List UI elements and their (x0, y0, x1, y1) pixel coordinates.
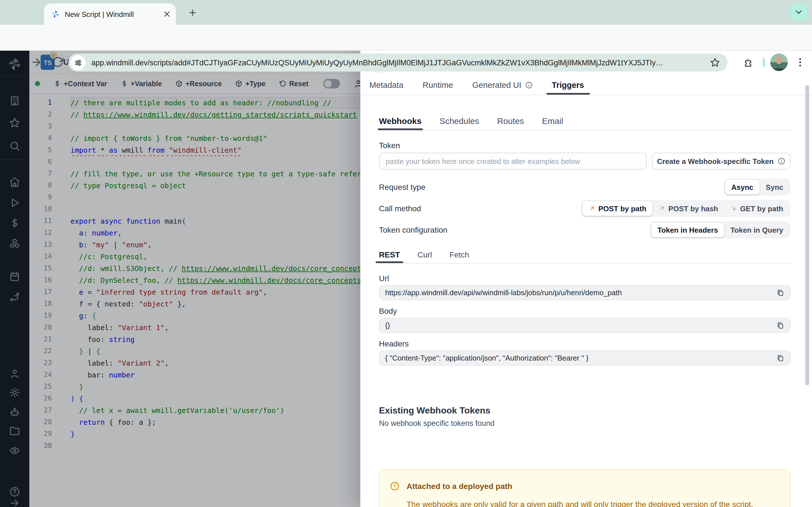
trigger-tabs: WebhooksSchedulesRoutesEmail (379, 112, 563, 130)
trigger-tabs-divider (379, 130, 791, 131)
arrow-up-right-icon (589, 205, 596, 212)
option-sync[interactable]: Sync (760, 180, 790, 194)
arrow-down-right-icon (730, 205, 737, 212)
token-label: Token (379, 141, 400, 150)
url-label: Url (379, 274, 389, 283)
tab-search-button[interactable] (791, 4, 807, 20)
extension-pin-indicator (763, 58, 765, 67)
tab-generated-ui[interactable]: Generated UI (472, 75, 532, 95)
tab-title: New Script | Windmill (65, 10, 159, 18)
warning-text: The webhooks are only valid for a given … (407, 500, 780, 507)
plus-icon (188, 8, 197, 17)
example-tabs-divider (379, 263, 791, 264)
copy-clipboard-icon[interactable] (776, 321, 784, 329)
existing-tokens-empty: No webhook specific tokens found (379, 419, 495, 428)
chevron-down-icon (795, 8, 803, 16)
headers-field[interactable]: { "Content-Type": "application/json", "A… (379, 350, 791, 365)
url-text[interactable]: app.windmill.dev/scripts/add#JTdCJTIyaGF… (91, 58, 705, 67)
warning-title: Attached to a deployed path (407, 482, 512, 491)
body-label: Body (379, 306, 397, 316)
option-post-by-hash[interactable]: POST by hash (653, 201, 724, 216)
call-method-toggle: POST by pathPOST by hashGET by path (581, 200, 791, 217)
tab-webhooks[interactable]: Webhooks (379, 112, 421, 130)
token-config-label: Token configuration (379, 225, 448, 234)
existing-tokens-title: Existing Webhook Tokens (379, 406, 490, 416)
info-icon (525, 81, 532, 89)
option-async[interactable]: Async (725, 180, 760, 194)
screen: New Script | Windmill app.windmill.dev/s… (0, 0, 812, 507)
browser-menu-icon[interactable] (795, 56, 806, 68)
tab-schedules[interactable]: Schedules (440, 112, 479, 130)
body-field[interactable]: {} (379, 318, 791, 333)
option-token-in-headers[interactable]: Token in Headers (651, 223, 724, 237)
token-input[interactable]: paste your token here once created to al… (379, 153, 647, 170)
settings-tabs: MetadataRuntimeGenerated UITriggers (369, 75, 584, 95)
tune-icon (74, 58, 82, 67)
url-bar[interactable]: app.windmill.dev/scripts/add#JTdCJTIyaGF… (68, 54, 727, 71)
drawer-backdrop[interactable] (0, 51, 360, 507)
url-field[interactable]: https://app.windmill.dev/api/w/windmill-… (379, 285, 791, 300)
browser-tabstrip: New Script | Windmill (0, 0, 812, 25)
tab-curl[interactable]: Curl (417, 245, 432, 263)
back-icon[interactable] (10, 56, 21, 68)
profile-avatar[interactable] (770, 54, 788, 71)
tabs-divider (360, 95, 812, 95)
alert-icon (390, 481, 400, 491)
reload-icon[interactable] (52, 56, 64, 68)
tab-triggers[interactable]: Triggers (552, 75, 584, 95)
extensions-icon[interactable] (743, 57, 754, 68)
windmill-favicon (51, 10, 60, 18)
forward-icon[interactable] (31, 56, 42, 68)
tab-rest[interactable]: REST (379, 245, 400, 263)
option-token-in-query[interactable]: Token in Query (724, 223, 790, 237)
create-webhook-token-button[interactable]: Create a Webhook-specific Token (652, 153, 791, 170)
headers-label: Headers (379, 339, 409, 348)
browser-toolbar: app.windmill.dev/scripts/add#JTdCJTIyaGF… (0, 25, 812, 51)
call-method-label: Call method (379, 204, 421, 213)
new-tab-button[interactable] (185, 5, 200, 20)
token-config-toggle: Token in HeadersToken in Query (650, 221, 791, 238)
example-tabs: RESTCurlFetch (379, 245, 469, 263)
site-settings-button[interactable] (70, 55, 86, 70)
settings-drawer: Settings MetadataRuntimeGenerated UITrig… (360, 51, 812, 507)
tab-close-icon[interactable] (162, 10, 171, 18)
drawer-scrollbar[interactable] (805, 85, 809, 385)
arrow-up-right-icon (659, 205, 666, 212)
copy-clipboard-icon[interactable] (776, 289, 784, 297)
bookmark-star-icon[interactable] (710, 57, 720, 68)
tab-runtime[interactable]: Runtime (423, 75, 453, 95)
tab-routes[interactable]: Routes (497, 112, 524, 130)
deployed-path-warning: Attached to a deployed path The webhooks… (379, 469, 791, 507)
tab-email[interactable]: Email (542, 112, 563, 130)
tab-fetch[interactable]: Fetch (449, 245, 469, 263)
copy-clipboard-icon[interactable] (776, 354, 784, 362)
option-get-by-path[interactable]: GET by path (724, 201, 790, 216)
request-type-toggle: AsyncSync (724, 179, 791, 195)
tab-metadata[interactable]: Metadata (369, 75, 403, 95)
info-icon (777, 157, 785, 165)
option-post-by-path[interactable]: POST by path (582, 201, 652, 216)
browser-tab[interactable]: New Script | Windmill (44, 3, 176, 25)
request-type-label: Request type (379, 182, 425, 191)
